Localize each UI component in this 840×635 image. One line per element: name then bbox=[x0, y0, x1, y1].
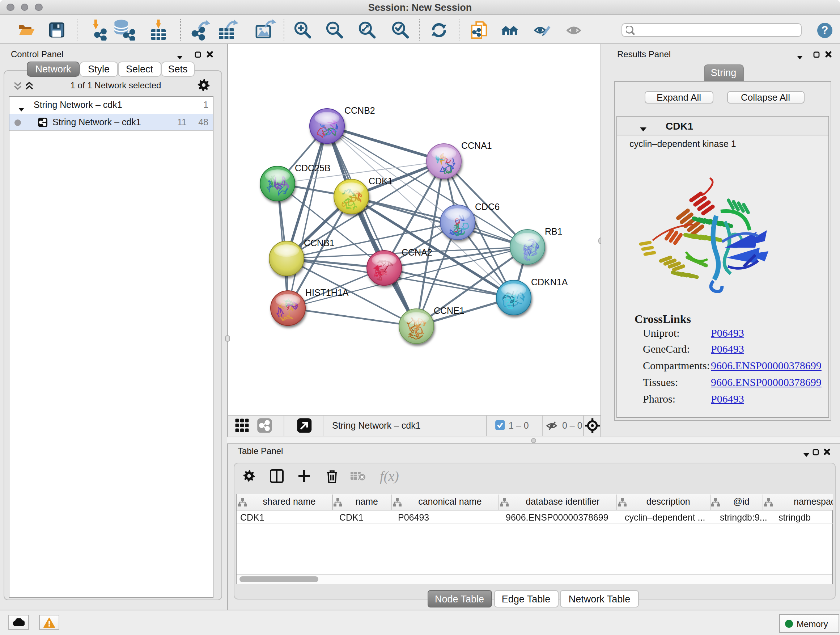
svg-text:CCNA2: CCNA2 bbox=[401, 247, 432, 257]
svg-text:CCNA1: CCNA1 bbox=[461, 141, 492, 150]
svg-text:HIST1H1A: HIST1H1A bbox=[305, 287, 349, 298]
svg-text:?: ? bbox=[821, 24, 828, 36]
svg-text:CCNB2: CCNB2 bbox=[344, 105, 375, 116]
svg-text:RB1: RB1 bbox=[545, 226, 562, 236]
svg-text:CCNE1: CCNE1 bbox=[434, 306, 464, 316]
svg-text:CDC25B: CDC25B bbox=[295, 163, 331, 173]
svg-text:CCNB1: CCNB1 bbox=[304, 238, 335, 248]
svg-text:CDC6: CDC6 bbox=[475, 202, 500, 212]
svg-text:CDK1: CDK1 bbox=[369, 176, 393, 186]
svg-text:CDKN1A: CDKN1A bbox=[531, 277, 568, 287]
